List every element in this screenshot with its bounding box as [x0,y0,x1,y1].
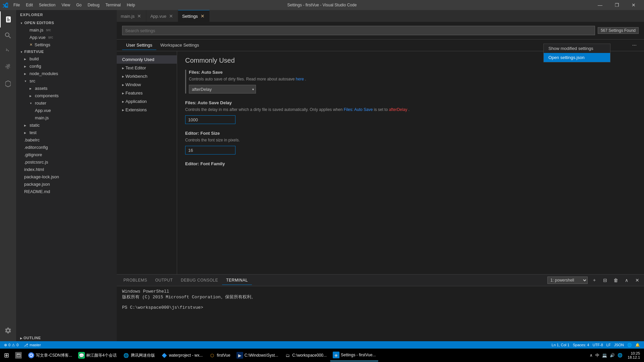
taskbar-clock[interactable]: 10:25 18.12.1 [625,351,643,359]
tree-test[interactable]: test [16,129,117,136]
context-menu-open-json[interactable]: Open settings.json [544,53,610,62]
taskbar-waterproject[interactable]: 🔷 waterproject - wx... [158,349,206,361]
activity-bar-settings[interactable] [0,322,16,339]
split-terminal-button[interactable]: ⊟ [601,276,609,284]
tab-terminal[interactable]: TERMINAL [222,276,252,285]
open-editors-section[interactable]: Open Editors [16,19,117,26]
start-button[interactable]: ⊞ [1,349,12,361]
tab-user-settings[interactable]: User Settings [122,41,156,50]
menu-debug[interactable]: Debug [85,2,102,8]
taskbar-vscode[interactable]: ◈ Settings - firstVue... [330,349,378,361]
taskbar-tencent[interactable]: 🌐 腾讯网迷你版 [120,349,158,361]
open-editor-settings[interactable]: ✕ Settings [16,41,117,48]
files-auto-save-link[interactable]: here [296,77,304,81]
taskbar-wechat[interactable]: 💬 林江颜等4个会话 [75,349,119,361]
nav-features[interactable]: Features [117,89,177,97]
tree-babelrc[interactable]: .babelrc [16,136,117,143]
tray-expand-icon[interactable]: ∧ [589,352,594,358]
tree-components[interactable]: components [16,92,117,99]
tree-static[interactable]: static [16,121,117,129]
taskbar-explorer[interactable]: 🗔 [12,349,24,361]
tree-index-html[interactable]: index.html [16,166,117,173]
new-terminal-button[interactable]: ＋ [590,276,598,284]
open-editor-app-vue[interactable]: App.vue src [16,34,117,41]
tree-src[interactable]: src [16,77,117,84]
settings-search-input[interactable] [122,26,595,35]
open-editor-main-js[interactable]: main.js src [16,26,117,34]
status-globe[interactable]: 🌐 [626,341,633,349]
tree-gitignore[interactable]: .gitignore [16,151,117,158]
tab-app-vue[interactable]: App.vue ✕ [146,10,178,22]
files-auto-save-select[interactable]: off afterDelay afterWindowChange onFocus… [189,85,256,94]
tab-main-js-close-icon[interactable]: ✕ [137,13,142,19]
taskbar-folder[interactable]: 🗂 C:\workspace000... [281,349,329,361]
tray-network-icon[interactable]: 💻 [601,352,608,358]
terminal-content[interactable]: Windows PowerShell 版权所有 (C) 2015 Microso… [117,286,644,341]
nav-workbench[interactable]: Workbench [117,72,177,80]
activity-bar-git[interactable] [0,44,16,60]
activity-bar-extensions[interactable] [0,76,16,92]
tree-postcssrc[interactable]: .postcssrc.js [16,158,117,166]
menu-file[interactable]: File [11,2,22,8]
terminal-shell-select[interactable]: 1: powershell [547,277,588,284]
tree-editorconfig[interactable]: .editorconfig [16,143,117,151]
activity-bar-debug[interactable] [0,60,16,76]
tree-package-lock[interactable]: package-lock.json [16,173,117,180]
activity-bar-explorer[interactable] [0,11,16,27]
menu-edit[interactable]: Edit [23,2,36,8]
tree-readme[interactable]: README.md [16,188,117,195]
nav-commonly-used[interactable]: Commonly Used [117,55,177,64]
menu-view[interactable]: View [59,2,73,8]
status-notification[interactable]: 🔔 [634,341,641,349]
activity-bar-search[interactable] [0,27,16,44]
menu-selection[interactable]: Selection [36,2,58,8]
menu-terminal[interactable]: Terminal [103,2,123,8]
tab-settings[interactable]: Settings ✕ [178,10,210,22]
status-errors[interactable]: ⊗ 0 ⚠ 0 [3,341,20,349]
nav-application[interactable]: Application [117,97,177,106]
tray-globe-icon[interactable]: 🌐 [616,352,624,358]
close-button[interactable]: ✕ [626,0,641,10]
tray-volume-icon[interactable]: 🔊 [609,352,616,358]
outline-section[interactable]: Outline [16,335,117,341]
tree-config[interactable]: config [16,62,117,70]
taskbar-powershell[interactable]: ▶ C:\Windows\Syst... [234,349,281,361]
auto-save-delay-link[interactable]: Files: Auto Save [344,107,373,112]
nav-text-editor[interactable]: Text Editor [117,64,177,72]
tree-assets[interactable]: assets [16,84,117,92]
tree-build[interactable]: build [16,55,117,62]
tab-app-vue-close-icon[interactable]: ✕ [168,13,174,19]
nav-extensions[interactable]: Extensions [117,106,177,114]
tab-problems[interactable]: PROBLEMS [119,276,151,285]
status-encoding[interactable]: UTF-8 [591,341,604,349]
status-spaces[interactable]: Spaces: 4 [572,341,591,349]
status-git[interactable]: ⎇ master [22,341,42,349]
project-section[interactable]: FIRSTVUE [16,48,117,55]
context-menu-show-modified[interactable]: Show modified settings [544,44,610,53]
tree-router-main-js[interactable]: main.js [16,114,117,121]
settings-more-button[interactable]: ··· [630,42,639,49]
tree-router-app-vue[interactable]: App.vue [16,107,117,114]
tab-debug-console[interactable]: DEBUG CONSOLE [177,276,222,285]
status-lang[interactable]: JSON [613,341,625,349]
menu-help[interactable]: Help [124,2,138,8]
chevron-up-button[interactable]: ∧ [623,276,631,284]
maximize-button[interactable]: ❐ [609,0,625,10]
tab-output[interactable]: OUTPUT [151,276,177,285]
minimize-button[interactable]: — [592,0,608,10]
tray-ime-icon[interactable]: 中 [594,352,600,359]
trash-terminal-button[interactable]: 🗑 [612,276,620,284]
tab-workspace-settings[interactable]: Workspace Settings [156,41,203,50]
tree-router[interactable]: router [16,99,117,107]
tree-node-modules[interactable]: node_modules [16,70,117,77]
nav-window[interactable]: Window [117,80,177,89]
status-eol[interactable]: LF [605,341,612,349]
status-line-col[interactable]: Ln 1, Col 1 [550,341,571,349]
taskbar-firstvue[interactable]: ⬡ firstVue [206,349,233,361]
menu-go[interactable]: Go [73,2,84,8]
close-terminal-button[interactable]: ✕ [633,276,641,284]
files-auto-save-delay-input[interactable] [185,115,235,124]
editor-font-size-input[interactable] [185,146,235,155]
tab-settings-close-icon[interactable]: ✕ [200,13,205,19]
tree-package-json[interactable]: package.json [16,180,117,188]
